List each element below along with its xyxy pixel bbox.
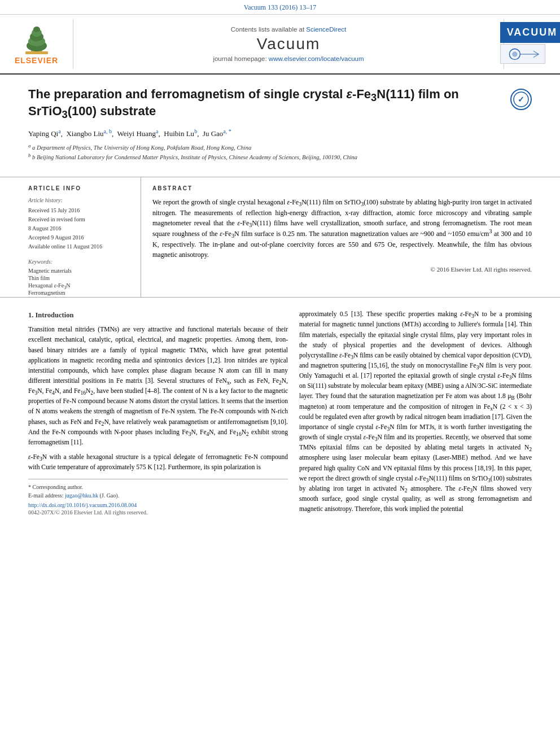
section1-heading-text: 1. Introduction: [28, 311, 73, 319]
keywords-label: Keywords:: [28, 259, 130, 265]
authors-line: Yaping Qia, Xiangbo Liua, b, Weiyi Huang…: [28, 128, 532, 138]
abstract-col: ABSTRACT We report the growth of single …: [141, 177, 532, 297]
article-title-section: The preparation and ferromagnetism of si…: [0, 75, 560, 177]
history-item-1: Received 15 July 2016: [28, 207, 130, 215]
keyword-2: Thin film: [28, 275, 130, 281]
svg-rect-7: [25, 51, 48, 54]
affiliations-block: a a Department of Physics, The Universit…: [28, 143, 532, 163]
vacuum-logo-graphic: [500, 44, 545, 64]
doi-link[interactable]: http://dx.doi.org/10.1016/j.vacuum.2016.…: [28, 502, 288, 508]
body-para-2: ε-Fe3N with a stable hexagonal structure…: [28, 452, 288, 472]
history-item-4: Accepted 9 August 2016: [28, 234, 130, 242]
footnote-email-link[interactable]: jugao@hku.hk: [65, 492, 98, 499]
keyword-3: Hexagonal ε-Fe3N: [28, 282, 130, 289]
section1-heading: 1. Introduction: [28, 311, 288, 320]
body-para-1: Transition metal nitrides (TMNs) are ver…: [28, 324, 288, 447]
svg-point-10: [512, 51, 517, 56]
body-right-col: approximately 0.5 [13]. These specific p…: [299, 309, 532, 518]
vacuum-logo-text: VACUUM: [500, 22, 560, 43]
affiliation-a: a a Department of Physics, The Universit…: [28, 143, 532, 152]
abstract-text: We report the growth of single crystal h…: [152, 197, 532, 260]
journal-header: ELSEVIER Contents lists available at Sci…: [0, 15, 560, 75]
history-label: Article history:: [28, 197, 130, 203]
history-item-2: Received in revised form: [28, 216, 130, 224]
crossmark-badge[interactable]: ✓: [510, 89, 532, 110]
abstract-copyright: © 2016 Elsevier Ltd. All rights reserved…: [152, 266, 532, 273]
vacuum-logo-area: VACUUM: [504, 19, 560, 69]
sciencedirect-prefix: Contents lists available at: [231, 26, 307, 33]
svg-text:✓: ✓: [518, 95, 524, 104]
affiliation-b: b b Beijing National Laboratory for Cond…: [28, 153, 532, 162]
article-info-col: ARTICLE INFO Article history: Received 1…: [28, 177, 141, 297]
main-body-section: 1. Introduction Transition metal nitride…: [0, 297, 560, 530]
keyword-4: Ferromagnetism: [28, 290, 130, 296]
footnote-area: * Corresponding author. E-mail address: …: [28, 479, 288, 516]
elsevier-logo: ELSEVIER: [11, 23, 62, 65]
elsevier-tree-icon: [11, 23, 62, 54]
abstract-label: ABSTRACT: [152, 185, 532, 191]
journal-center-info: Contents lists available at ScienceDirec…: [73, 19, 504, 69]
article-info-label: ARTICLE INFO: [28, 185, 130, 191]
footnote-corresponding: * Corresponding author.: [28, 483, 288, 491]
info-abstract-section: ARTICLE INFO Article history: Received 1…: [0, 177, 560, 297]
homepage-url[interactable]: www.elsevier.com/locate/vacuum: [269, 55, 364, 62]
svg-point-6: [33, 27, 40, 32]
citation-bar: Vacuum 133 (2016) 13–17: [0, 0, 560, 15]
article-title-text: The preparation and ferromagnetism of si…: [28, 86, 510, 119]
citation-text: Vacuum 133 (2016) 13–17: [244, 3, 316, 11]
crossmark-icon: ✓: [513, 91, 530, 108]
body-left-col: 1. Introduction Transition metal nitride…: [28, 309, 288, 518]
homepage-line: journal homepage: www.elsevier.com/locat…: [213, 55, 364, 62]
sciencedirect-line: Contents lists available at ScienceDirec…: [231, 26, 347, 33]
elsevier-logo-area: ELSEVIER: [0, 19, 73, 69]
keyword-1: Magnetic materials: [28, 268, 130, 274]
history-item-5: Available online 11 August 2016: [28, 243, 130, 251]
issn-line: 0042-207X/© 2016 Elsevier Ltd. All right…: [28, 509, 288, 516]
sciencedirect-link[interactable]: ScienceDirect: [306, 26, 346, 33]
history-item-3: 8 August 2016: [28, 225, 130, 233]
article-title-row: The preparation and ferromagnetism of si…: [28, 86, 532, 119]
footnote-email-line: E-mail address: jugao@hku.hk (J. Gao).: [28, 491, 288, 500]
elsevier-wordmark: ELSEVIER: [15, 56, 58, 65]
body-para-right-1: approximately 0.5 [13]. These specific p…: [299, 309, 532, 514]
homepage-prefix: journal homepage:: [213, 55, 268, 62]
journal-name-display: Vacuum: [257, 35, 321, 53]
